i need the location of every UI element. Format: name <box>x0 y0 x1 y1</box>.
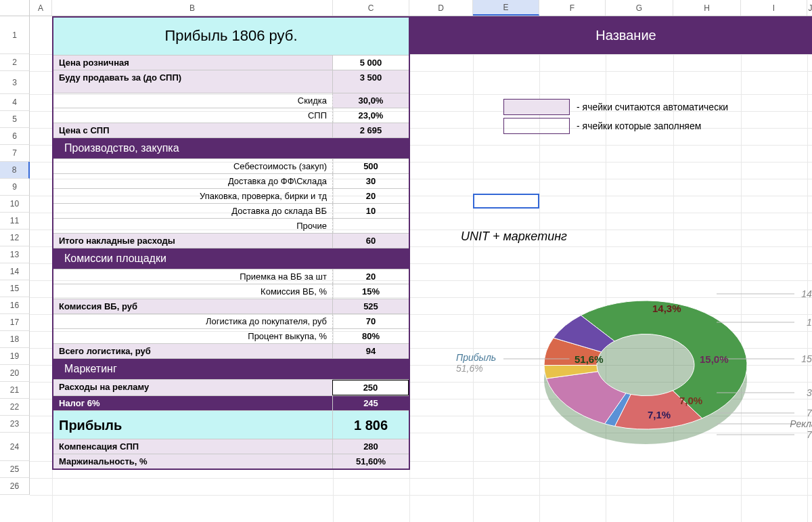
val-discount[interactable]: 30,0% <box>332 93 409 108</box>
row-header-15[interactable]: 15 <box>0 280 30 297</box>
val-comm-pct[interactable]: 15% <box>332 284 409 299</box>
row-header-18[interactable]: 18 <box>0 331 30 348</box>
row-header-4[interactable]: 4 <box>0 94 30 111</box>
col-header-J[interactable]: J <box>807 0 812 16</box>
row-header-17[interactable]: 17 <box>0 314 30 331</box>
legend-auto-swatch <box>503 99 570 115</box>
val-priemka[interactable]: 20 <box>332 269 409 284</box>
label-log-total[interactable]: Всего логистика, руб <box>53 344 332 358</box>
row-header-22[interactable]: 22 <box>0 399 30 416</box>
col-header-G[interactable]: G <box>606 0 673 16</box>
label-priemka[interactable]: Приемка на ВБ за шт <box>53 269 332 284</box>
section-production[interactable]: Производство, закупка <box>59 141 327 156</box>
slice-label-profit: 51,6% <box>574 353 604 365</box>
label-ads[interactable]: Расходы на рекламу <box>53 380 332 395</box>
col-header-H[interactable]: H <box>673 0 741 16</box>
val-profit[interactable]: 1 806 <box>332 411 409 439</box>
val-overhead[interactable]: 60 <box>332 234 409 248</box>
section-commission[interactable]: Комиссии площадки <box>59 251 327 266</box>
col-header-C[interactable]: C <box>333 0 409 16</box>
val-sell[interactable]: 3 500 <box>332 70 409 93</box>
slice-label-6: 7,1% <box>648 409 671 420</box>
row-header-23[interactable]: 23 <box>0 416 30 433</box>
label-comm-pct[interactable]: Комиссия ВБ, % <box>53 284 332 299</box>
legend-auto-text: - ячейки считаются автоматически <box>577 102 728 112</box>
row-header-20[interactable]: 20 <box>0 365 30 382</box>
row-header-8[interactable]: 8 <box>0 162 30 179</box>
label-comp-spp[interactable]: Компенсация СПП <box>53 439 332 454</box>
label-overhead[interactable]: Итого накладные расходы <box>53 234 332 248</box>
row-header-26[interactable]: 26 <box>0 478 30 495</box>
row-header-19[interactable]: 19 <box>0 348 30 365</box>
label-sell[interactable]: Буду продавать за (до СПП) <box>53 70 332 93</box>
row-header-16[interactable]: 16 <box>0 297 30 314</box>
col-header-B[interactable]: B <box>52 0 333 16</box>
row-header-11[interactable]: 11 <box>0 213 30 230</box>
label-logistics[interactable]: Логистика до покупателя, руб <box>53 314 332 328</box>
val-buyout[interactable]: 80% <box>332 329 409 343</box>
val-spp[interactable]: 23,0% <box>332 108 409 123</box>
calc-table[interactable]: Прибыль 1806 руб. Цена розничная 5 000 Б… <box>52 16 410 470</box>
row-header-6[interactable]: 6 <box>0 128 30 145</box>
spreadsheet: ABCDEFGHIJ 12345678910111213141516171819… <box>0 0 812 522</box>
label-other[interactable]: Прочие <box>53 219 332 233</box>
row-header-9[interactable]: 9 <box>0 179 30 196</box>
val-log-total[interactable]: 94 <box>332 344 409 358</box>
val-cost[interactable]: 500 <box>332 159 409 173</box>
row-header-1[interactable]: 1 <box>0 16 30 54</box>
section-marketing[interactable]: Маркетинг <box>59 362 327 376</box>
active-cell[interactable] <box>473 194 539 209</box>
val-tax[interactable]: 245 <box>332 396 409 410</box>
label-delivery-ff[interactable]: Доставка до ФФ\Склада <box>53 174 332 188</box>
label-comm-rub[interactable]: Комиссия ВБ, руб <box>53 299 332 313</box>
label-retail[interactable]: Цена розничная <box>53 56 332 70</box>
outer-label-2: 15,0% <box>801 353 812 364</box>
col-header-F[interactable]: F <box>539 0 606 16</box>
val-delivery-wb[interactable]: 10 <box>332 204 409 218</box>
row-header-14[interactable]: 14 <box>0 263 30 280</box>
row-header-2[interactable]: 2 <box>0 54 30 71</box>
val-ads[interactable]: 250 <box>332 380 409 395</box>
row-header-10[interactable]: 10 <box>0 196 30 213</box>
label-spp[interactable]: СПП <box>53 108 332 123</box>
col-header-A[interactable]: A <box>30 0 52 16</box>
row-header-21[interactable]: 21 <box>0 382 30 399</box>
val-comm-rub[interactable]: 525 <box>332 299 409 313</box>
label-price-spp[interactable]: Цена с СПП <box>53 123 332 137</box>
outer-label-5: Реклама <box>790 418 812 429</box>
val-other[interactable] <box>332 219 409 233</box>
right-title-text: Название <box>595 28 656 43</box>
label-discount[interactable]: Скидка <box>53 93 332 108</box>
row-header-13[interactable]: 13 <box>0 246 30 263</box>
row-header-3[interactable]: 3 <box>0 71 30 94</box>
row-header-5[interactable]: 5 <box>0 111 30 128</box>
label-tax[interactable]: Налог 6% <box>53 396 332 410</box>
slice-label-5: 7,0% <box>679 395 702 406</box>
col-header-I[interactable]: I <box>741 0 807 16</box>
outer-label-0: 14,3% <box>801 288 812 299</box>
col-header-D[interactable]: D <box>409 0 473 16</box>
val-delivery-ff[interactable]: 30 <box>332 174 409 188</box>
val-margin[interactable]: 51,60% <box>332 454 409 469</box>
val-price-spp[interactable]: 2 695 <box>332 123 409 137</box>
row-header-25[interactable]: 25 <box>0 461 30 478</box>
val-logistics[interactable]: 70 <box>332 314 409 328</box>
side-label-name: Прибыль <box>456 352 496 363</box>
grid-area[interactable]: Название - ячейки считаются автоматическ… <box>30 16 812 522</box>
val-packaging[interactable]: 20 <box>332 189 409 203</box>
title-cell[interactable]: Прибыль 1806 руб. <box>53 18 409 55</box>
label-delivery-wb[interactable]: Доставка до склада ВБ <box>53 204 332 218</box>
label-cost[interactable]: Себестоимость (закуп) <box>53 159 332 173</box>
row-header-12[interactable]: 12 <box>0 230 30 246</box>
label-margin[interactable]: Маржинальность, % <box>53 454 332 469</box>
label-profit[interactable]: Прибыль <box>53 411 332 439</box>
row-header-24[interactable]: 24 <box>0 433 30 461</box>
col-header-E[interactable]: E <box>473 0 539 16</box>
row-header-7[interactable]: 7 <box>0 145 30 162</box>
val-comp-spp[interactable]: 280 <box>332 439 409 454</box>
label-packaging[interactable]: Упаковка, проверка, бирки и тд <box>53 189 332 203</box>
label-buyout[interactable]: Процент выкупа, % <box>53 329 332 343</box>
donut-chart: 51,6% 14,3% 15,0% 7,0% 7,1% Прибыль 51,6… <box>456 267 812 470</box>
right-title-cell[interactable]: Название <box>410 16 812 54</box>
val-retail[interactable]: 5 000 <box>332 56 409 70</box>
